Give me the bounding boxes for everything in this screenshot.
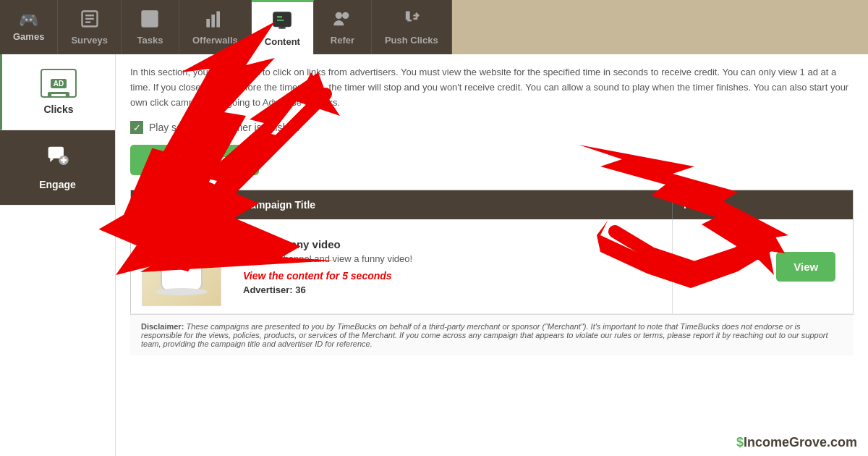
campaign-details-cell: View a funny video Join the channel and … bbox=[232, 219, 673, 314]
svg-marker-19 bbox=[50, 159, 54, 162]
nav-label-refer: Refer bbox=[331, 35, 354, 46]
nav-label-pushclicks: Push Clicks bbox=[385, 35, 438, 46]
table-row: View a funny video Join the channel and … bbox=[131, 219, 854, 314]
disclaimer-label: Disclaimer: bbox=[141, 322, 184, 331]
campaign-title: View a funny video bbox=[243, 238, 661, 250]
info-text: In this section, you will get paid to cl… bbox=[130, 65, 854, 110]
campaign-subtitle: Join the channel and view a funny video! bbox=[243, 253, 661, 264]
svg-point-17 bbox=[342, 12, 349, 19]
sidebar-engage-label: Engage bbox=[39, 179, 76, 190]
pushclicks-icon bbox=[401, 9, 422, 32]
surveys-icon bbox=[80, 9, 100, 32]
tasks-icon bbox=[140, 9, 160, 32]
svg-rect-8 bbox=[207, 19, 210, 28]
nav-item-offerwalls[interactable]: Offerwalls bbox=[179, 0, 252, 54]
nav-item-tasks[interactable]: Tasks bbox=[122, 0, 179, 54]
sidebar-item-engage[interactable]: Engage bbox=[0, 130, 115, 206]
campaign-advertiser: Advertiser: 36 bbox=[243, 284, 661, 295]
campaign-duration: View the content for 5 seconds bbox=[243, 270, 661, 282]
campaign-image-cell bbox=[131, 219, 233, 314]
nav-item-content[interactable]: Content bbox=[252, 0, 314, 54]
sidebar-item-clicks[interactable]: AD Clicks bbox=[0, 54, 115, 130]
buy-clicks-button[interactable]: Buy Clicks Here bbox=[130, 145, 259, 175]
disclaimer: Disclaimer: These campaigns are presente… bbox=[130, 314, 854, 355]
clicks-ad-icon: AD bbox=[41, 69, 77, 98]
refer-icon bbox=[332, 9, 352, 32]
nav-item-refer[interactable]: Refer bbox=[314, 0, 372, 54]
nav-label-surveys: Surveys bbox=[71, 35, 108, 46]
nav-label-games: Games bbox=[13, 31, 44, 42]
payout-value: 0.001 bbox=[704, 261, 728, 272]
nav-label-tasks: Tasks bbox=[137, 35, 163, 46]
table-header-image bbox=[131, 190, 233, 220]
sidebar-clicks-label: Clicks bbox=[43, 104, 73, 115]
watermark: $IncomeGrove.com bbox=[736, 435, 857, 450]
campaign-thumbnail bbox=[142, 227, 221, 306]
disclaimer-text: These campaigns are presented to you by … bbox=[141, 322, 828, 348]
table-header-payout: Payout bbox=[673, 190, 760, 220]
nav-item-surveys[interactable]: Surveys bbox=[58, 0, 122, 54]
svg-rect-11 bbox=[274, 12, 291, 26]
table-header-action bbox=[760, 190, 854, 220]
nav-item-pushclicks[interactable]: Push Clicks bbox=[372, 0, 452, 54]
sidebar: AD Clicks Engage bbox=[0, 54, 116, 456]
main-wrapper: AD Clicks Engage In this section, yo bbox=[0, 54, 868, 456]
games-icon: 🎮 bbox=[19, 12, 38, 28]
sound-checkbox[interactable]: ✓ bbox=[130, 121, 143, 134]
nav-item-games[interactable]: 🎮 Games bbox=[0, 0, 58, 54]
svg-rect-10 bbox=[217, 12, 221, 28]
top-navigation: 🎮 Games Surveys Tasks bbox=[0, 0, 868, 54]
table-header-row: Campaign Title Payout bbox=[131, 190, 854, 220]
content-icon bbox=[272, 10, 292, 33]
table-header-title: Campaign Title bbox=[232, 190, 673, 220]
content-area: In this section, you will get paid to cl… bbox=[116, 54, 868, 456]
view-button[interactable]: View bbox=[776, 252, 835, 282]
svg-rect-9 bbox=[212, 14, 216, 27]
svg-point-16 bbox=[336, 12, 342, 19]
watermark-text: IncomeGrove.com bbox=[744, 435, 857, 449]
campaign-payout-cell: 0.001 bbox=[673, 219, 760, 314]
sound-checkbox-row: ✓ Play sound when timer is finished bbox=[130, 121, 854, 134]
offerwalls-icon bbox=[205, 9, 225, 32]
watermark-dollar: $ bbox=[736, 435, 744, 449]
campaign-action-cell: View bbox=[760, 219, 854, 314]
nav-label-offerwalls: Offerwalls bbox=[192, 35, 238, 46]
nav-label-content: Content bbox=[265, 36, 300, 47]
sound-checkbox-label: Play sound when timer is finished bbox=[149, 122, 299, 133]
engage-icon bbox=[46, 145, 69, 173]
campaign-table: Campaign Title Payout bbox=[130, 190, 854, 314]
